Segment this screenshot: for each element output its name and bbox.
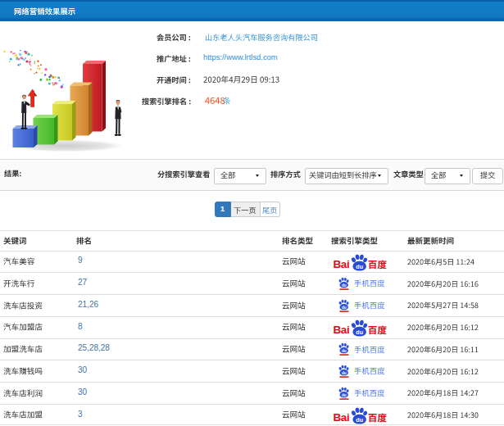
svg-text:du: du	[342, 283, 347, 288]
svg-text:du: du	[356, 416, 363, 424]
svg-text:du: du	[356, 263, 363, 270]
svg-text:Bai: Bai	[334, 324, 349, 336]
svg-text:Bai: Bai	[334, 411, 349, 424]
svg-text:du: du	[342, 349, 347, 353]
svg-text:du: du	[342, 371, 347, 375]
svg-text:Bai: Bai	[334, 258, 349, 270]
svg-text:du: du	[342, 306, 347, 310]
svg-text:du: du	[342, 393, 347, 397]
svg-text:du: du	[356, 329, 363, 336]
